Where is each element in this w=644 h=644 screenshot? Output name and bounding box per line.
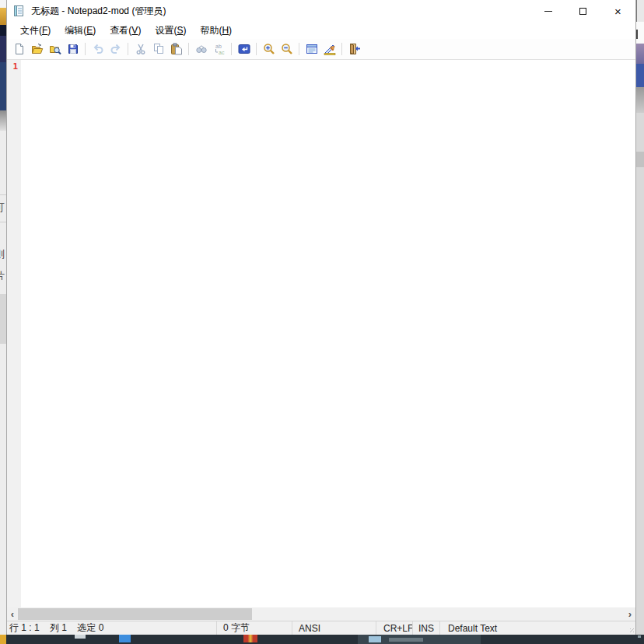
browse-file-icon <box>49 43 61 55</box>
browse-file-button[interactable] <box>46 40 64 58</box>
scrollbar-thumb[interactable] <box>18 608 252 620</box>
resize-grip[interactable] <box>630 628 634 632</box>
paste-button[interactable] <box>167 40 185 58</box>
chevron-left-icon: ‹ <box>11 609 14 619</box>
taskbar-item <box>638 635 641 638</box>
editor-area[interactable]: 1 <box>7 60 635 607</box>
menu-file[interactable]: 文件(F) <box>13 22 58 40</box>
bg-divider <box>0 194 6 195</box>
cut-button[interactable] <box>131 40 149 58</box>
redo-button[interactable] <box>107 40 124 58</box>
open-file-icon <box>31 43 44 55</box>
exit-button[interactable] <box>345 40 363 58</box>
background-right-strip <box>636 0 644 644</box>
toolbar-separator <box>85 43 86 55</box>
svg-text:ab: ab <box>215 44 222 49</box>
svg-text:ac: ac <box>219 50 225 55</box>
undo-icon <box>92 43 104 55</box>
minimize-icon <box>544 11 552 12</box>
menu-settings[interactable]: 设置(S) <box>148 22 193 40</box>
taskbar-notepad-icon <box>369 636 381 642</box>
zoom-out-button[interactable] <box>278 40 296 58</box>
bg-text-fragment: 可 <box>0 201 5 215</box>
status-eol-mode[interactable]: CR+LF <box>376 621 413 635</box>
zoom-out-icon <box>281 43 293 55</box>
taskbar-label-fragment <box>389 638 423 642</box>
bg-segment <box>0 110 6 131</box>
line-number-margin: 1 <box>7 60 21 607</box>
bg-wallpaper <box>636 44 644 64</box>
bg-wallpaper <box>0 62 6 110</box>
status-scheme[interactable]: Default Text <box>440 621 635 635</box>
status-insert-mode[interactable]: INS <box>413 621 440 635</box>
chevron-right-icon: › <box>628 609 632 619</box>
taskbar-item[interactable] <box>119 635 131 642</box>
replace-icon: ab ac <box>213 43 226 55</box>
text-content[interactable] <box>21 60 635 607</box>
desktop-screen: 可 则 片 A 无标题 - Notepad2-mod (管理员) <box>0 0 644 644</box>
window-title: 无标题 - Notepad2-mod (管理员) <box>31 5 166 18</box>
window-controls: × <box>530 0 635 22</box>
open-file-button[interactable] <box>28 40 46 58</box>
maximize-button[interactable] <box>565 0 600 22</box>
find-icon <box>195 43 208 55</box>
background-left-strip: 可 则 片 A <box>0 0 6 644</box>
taskbar-item[interactable] <box>243 635 257 642</box>
redo-icon <box>110 43 122 55</box>
notepad-app-icon <box>12 5 25 17</box>
bg-segment <box>0 294 6 344</box>
toolbar-separator <box>256 43 257 55</box>
status-caret-position: 行 1 : 1 列 1 选定 0 <box>7 621 217 635</box>
taskbar-active-button[interactable] <box>358 635 481 644</box>
bg-wallpaper <box>0 36 6 62</box>
copy-button[interactable] <box>149 40 167 58</box>
scroll-right-arrow[interactable]: › <box>625 607 635 621</box>
paste-icon <box>170 43 183 55</box>
close-button[interactable]: × <box>600 0 635 22</box>
bg-text-fragment: 则 <box>0 247 5 261</box>
replace-button[interactable]: ab ac <box>210 40 228 58</box>
maximize-icon <box>579 8 586 15</box>
toolbar-separator <box>341 43 342 55</box>
undo-button[interactable] <box>89 40 107 58</box>
customize-scheme-button[interactable] <box>320 40 338 58</box>
zoom-in-button[interactable] <box>260 40 278 58</box>
scheme-config-button[interactable] <box>303 40 320 58</box>
toolbar-separator <box>299 43 299 55</box>
minimize-button[interactable] <box>530 0 565 22</box>
bg-text-fragment: 片 <box>0 269 5 283</box>
exit-icon <box>348 43 361 55</box>
copy-icon <box>152 43 165 55</box>
scrollbar-track[interactable] <box>18 607 625 621</box>
taskbar-item[interactable] <box>75 635 86 639</box>
taskbar[interactable] <box>0 635 644 644</box>
menubar: 文件(F) 编辑(E) 查看(V) 设置(S) 帮助(H) <box>7 22 635 39</box>
menu-help[interactable]: 帮助(H) <box>193 22 239 40</box>
line-number: 1 <box>12 61 18 72</box>
cut-icon <box>135 43 147 55</box>
statusbar: 行 1 : 1 列 1 选定 0 0 字节 ANSI CR+LF INS Def… <box>7 621 635 635</box>
find-button[interactable] <box>192 40 210 58</box>
customize-scheme-icon <box>324 43 336 55</box>
horizontal-scrollbar[interactable]: ‹ › <box>7 607 635 621</box>
scroll-left-arrow[interactable]: ‹ <box>7 607 18 621</box>
status-file-size: 0 字节 <box>217 621 292 635</box>
bg-folder-icon <box>0 8 6 25</box>
new-file-button[interactable] <box>10 40 28 58</box>
save-button[interactable] <box>64 40 82 58</box>
taskbar-item[interactable] <box>0 635 6 644</box>
close-icon: × <box>614 5 621 17</box>
toolbar-separator <box>128 43 128 55</box>
word-wrap-icon <box>238 43 250 55</box>
bg-segment <box>636 152 644 167</box>
menu-edit[interactable]: 编辑(E) <box>58 22 103 40</box>
scheme-config-icon <box>306 43 318 55</box>
bg-text-fragment <box>636 30 638 39</box>
bg-segment <box>0 0 6 8</box>
status-encoding[interactable]: ANSI <box>292 621 376 635</box>
menu-view[interactable]: 查看(V) <box>103 22 148 40</box>
save-icon <box>67 43 79 55</box>
word-wrap-button[interactable] <box>235 40 253 58</box>
titlebar[interactable]: 无标题 - Notepad2-mod (管理员) × <box>7 0 635 22</box>
new-file-icon <box>13 43 26 55</box>
